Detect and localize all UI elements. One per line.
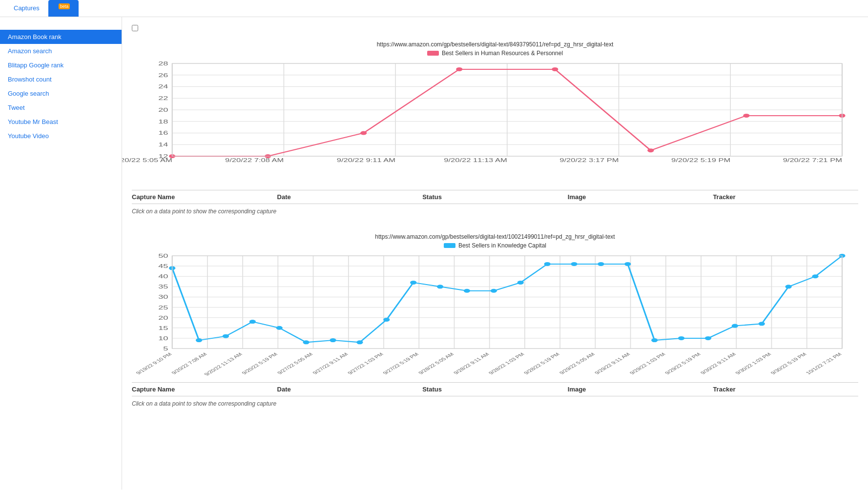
tab-captures[interactable]: Captures bbox=[5, 0, 48, 17]
sidebar-item-amazon-book-rank[interactable]: Amazon Book rank bbox=[0, 30, 122, 44]
svg-text:9/20/22 9:11 AM: 9/20/22 9:11 AM bbox=[337, 158, 395, 164]
svg-text:9/30/22 5:19 PM: 9/30/22 5:19 PM bbox=[769, 352, 808, 375]
svg-text:9/29/22 5:05 AM: 9/29/22 5:05 AM bbox=[558, 352, 596, 375]
data-point[interactable] bbox=[360, 131, 367, 135]
data-point[interactable] bbox=[491, 289, 497, 293]
sidebar-item-blitapp-google-rank[interactable]: Blitapp Google rank bbox=[0, 58, 122, 72]
svg-text:9/20/22 5:19 PM: 9/20/22 5:19 PM bbox=[240, 352, 279, 375]
chart-svg-0[interactable]: 1214161820222426289/20/22 5:05 AM9/20/22… bbox=[132, 59, 858, 185]
data-point[interactable] bbox=[812, 275, 818, 279]
data-point[interactable] bbox=[249, 320, 256, 324]
data-point[interactable] bbox=[410, 281, 416, 285]
data-point[interactable] bbox=[732, 324, 738, 328]
svg-text:9/20/22 3:17 PM: 9/20/22 3:17 PM bbox=[559, 158, 619, 164]
data-point[interactable] bbox=[196, 338, 202, 342]
sidebar-items: Amazon Book rankAmazon searchBlitapp Goo… bbox=[0, 30, 122, 143]
data-point[interactable] bbox=[330, 338, 336, 342]
svg-text:10: 10 bbox=[158, 335, 168, 341]
svg-text:9/29/22 1:03 PM: 9/29/22 1:03 PM bbox=[628, 352, 667, 375]
svg-text:9/30/22 1:03 PM: 9/30/22 1:03 PM bbox=[734, 352, 772, 375]
chart-legend-1: Best Sellers in Knowledge Capital bbox=[132, 242, 858, 249]
data-point[interactable] bbox=[705, 336, 711, 340]
sidebar: Amazon Book rankAmazon searchBlitapp Goo… bbox=[0, 17, 122, 490]
table-col-status: Status bbox=[422, 193, 568, 201]
data-point[interactable] bbox=[544, 262, 551, 266]
data-point[interactable] bbox=[598, 262, 604, 266]
table-col-date: Date bbox=[277, 386, 423, 393]
svg-text:9/20/22 5:19 PM: 9/20/22 5:19 PM bbox=[671, 158, 730, 164]
svg-text:26: 26 bbox=[158, 72, 168, 78]
chart-wrapper-1: 51015202530354045509/19/22 9:10 PM9/20/2… bbox=[132, 251, 858, 379]
table-col-date: Date bbox=[277, 193, 423, 201]
svg-text:9/19/22 9:10 PM: 9/19/22 9:10 PM bbox=[135, 352, 173, 375]
table-col-tracker: Tracker bbox=[713, 193, 858, 201]
data-point[interactable] bbox=[303, 341, 310, 345]
merge-graphs-checkbox[interactable] bbox=[132, 25, 138, 31]
sidebar-item-browshot-count[interactable]: Browshot count bbox=[0, 72, 122, 86]
tabs-bar: Captures beta bbox=[0, 0, 868, 17]
svg-text:9/29/22 5:19 PM: 9/29/22 5:19 PM bbox=[663, 352, 702, 375]
data-point[interactable] bbox=[383, 318, 390, 322]
svg-text:9/20/22 11:13 AM: 9/20/22 11:13 AM bbox=[203, 352, 244, 377]
svg-text:9/27/22 5:05 AM: 9/27/22 5:05 AM bbox=[276, 352, 314, 375]
svg-rect-93 bbox=[172, 256, 842, 349]
chart-section-0: https://www.amazon.com/gp/bestsellers/di… bbox=[132, 41, 858, 219]
chart-legend-0: Best Sellers in Human Resources & Person… bbox=[132, 50, 858, 57]
chart-wrapper-0: 1214161820222426289/20/22 5:05 AM9/20/22… bbox=[132, 59, 858, 187]
data-point[interactable] bbox=[356, 341, 363, 345]
data-point[interactable] bbox=[276, 326, 283, 330]
data-point[interactable] bbox=[678, 336, 684, 340]
svg-text:22: 22 bbox=[158, 95, 168, 101]
data-point[interactable] bbox=[743, 114, 749, 118]
data-point[interactable] bbox=[464, 289, 470, 293]
chart-svg-1[interactable]: 51015202530354045509/19/22 9:10 PM9/20/2… bbox=[132, 251, 858, 378]
svg-text:18: 18 bbox=[158, 119, 168, 124]
svg-text:9/27/22 5:19 PM: 9/27/22 5:19 PM bbox=[381, 352, 420, 375]
sidebar-item-youtube-mr-beast[interactable]: Youtube Mr Beast bbox=[0, 115, 122, 129]
svg-text:25: 25 bbox=[158, 305, 168, 310]
legend-label-0: Best Sellers in Human Resources & Person… bbox=[442, 50, 563, 57]
svg-text:9/28/22 9:11 AM: 9/28/22 9:11 AM bbox=[452, 352, 490, 375]
data-point[interactable] bbox=[647, 148, 654, 152]
svg-text:9/20/22 11:13 AM: 9/20/22 11:13 AM bbox=[444, 158, 507, 164]
svg-text:9/20/22 7:08 AM: 9/20/22 7:08 AM bbox=[225, 158, 284, 164]
chart-section-1: https://www.amazon.com/gp/bestsellers/di… bbox=[132, 233, 858, 411]
svg-text:9/20/22 7:21 PM: 9/20/22 7:21 PM bbox=[783, 158, 842, 164]
data-point[interactable] bbox=[624, 262, 631, 266]
data-point[interactable] bbox=[437, 285, 443, 289]
svg-text:9/28/22 1:03 PM: 9/28/22 1:03 PM bbox=[487, 352, 526, 375]
data-point[interactable] bbox=[651, 338, 658, 342]
data-point[interactable] bbox=[552, 67, 558, 71]
svg-text:24: 24 bbox=[158, 84, 168, 90]
data-point[interactable] bbox=[785, 285, 792, 289]
svg-text:10/1/22 7:21 PM: 10/1/22 7:21 PM bbox=[805, 352, 843, 375]
table-col-status: Status bbox=[422, 386, 568, 393]
sidebar-item-tweet[interactable]: Tweet bbox=[0, 101, 122, 115]
svg-text:35: 35 bbox=[158, 284, 168, 289]
main-layout: Amazon Book rankAmazon searchBlitapp Goo… bbox=[0, 17, 868, 490]
sidebar-item-google-search[interactable]: Google search bbox=[0, 86, 122, 101]
chart-hint-0: Click on a data point to show the corres… bbox=[132, 204, 858, 219]
data-point[interactable] bbox=[571, 262, 577, 266]
legend-color-0 bbox=[427, 51, 439, 56]
data-point[interactable] bbox=[456, 67, 462, 71]
svg-text:9/30/22 9:11 AM: 9/30/22 9:11 AM bbox=[699, 352, 737, 375]
data-point[interactable] bbox=[223, 334, 229, 338]
data-point[interactable] bbox=[517, 281, 524, 285]
merge-graphs-row bbox=[132, 25, 858, 31]
tab-trackers[interactable]: beta bbox=[48, 0, 79, 17]
chart-url-1: https://www.amazon.com/gp/bestsellers/di… bbox=[132, 233, 858, 240]
sidebar-item-youtube-video[interactable]: Youtube Video bbox=[0, 129, 122, 143]
sidebar-title bbox=[0, 25, 122, 30]
table-col-capture-name: Capture Name bbox=[132, 193, 277, 201]
table-col-tracker: Tracker bbox=[713, 386, 858, 393]
svg-text:50: 50 bbox=[158, 253, 168, 259]
svg-text:20: 20 bbox=[158, 315, 168, 321]
svg-text:14: 14 bbox=[158, 142, 168, 147]
chart-url-0: https://www.amazon.com/gp/bestsellers/di… bbox=[132, 41, 858, 48]
svg-text:28: 28 bbox=[158, 61, 168, 66]
svg-text:9/20/22 5:05 AM: 9/20/22 5:05 AM bbox=[122, 158, 172, 164]
table-header-0: Capture NameDateStatusImageTracker bbox=[132, 190, 858, 204]
sidebar-item-amazon-search[interactable]: Amazon search bbox=[0, 44, 122, 58]
data-point[interactable] bbox=[759, 322, 765, 326]
